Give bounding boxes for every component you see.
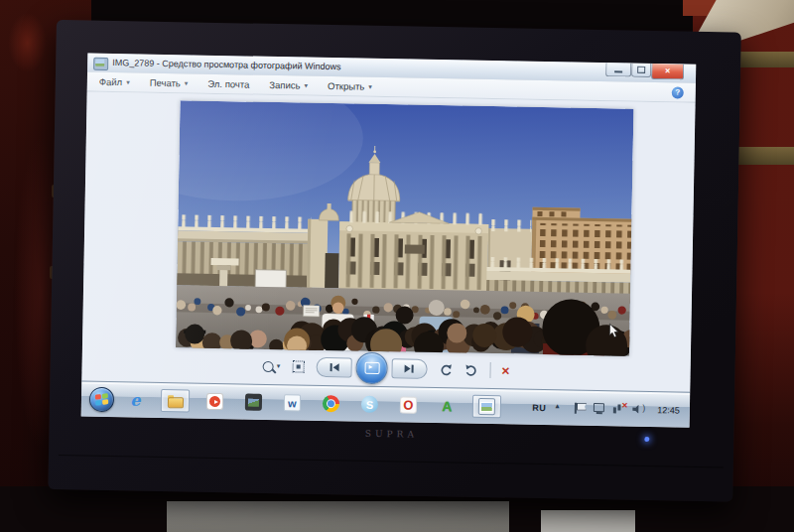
divider: [489, 362, 490, 378]
skype-taskbar-button[interactable]: S: [356, 393, 383, 416]
menu-burn[interactable]: Запись▾: [269, 79, 308, 91]
chrome-taskbar-button[interactable]: [318, 392, 344, 415]
table-surface: [541, 510, 635, 532]
menu-open[interactable]: Открыть▾: [328, 80, 372, 92]
opera-taskbar-button[interactable]: O: [395, 393, 422, 416]
abbyy-icon: A: [439, 397, 456, 414]
menu-file[interactable]: Файл▾: [99, 76, 130, 88]
skype-icon: S: [361, 396, 378, 413]
action-center-icon[interactable]: [573, 402, 586, 415]
chevron-down-icon: ▾: [304, 81, 308, 89]
photo-viewer-icon: [478, 398, 495, 415]
minimize-button[interactable]: [605, 63, 631, 76]
chevron-down-icon: ▾: [126, 78, 130, 86]
rotate-ccw-button[interactable]: [438, 362, 453, 377]
menu-print[interactable]: Печать▾: [150, 77, 189, 89]
system-tray: RU 12:45: [532, 401, 684, 417]
previous-button[interactable]: [316, 357, 351, 378]
device-icon[interactable]: [593, 402, 605, 415]
menu-items: Файл▾Печать▾Эл. почтаЗапись▾Открыть▾: [99, 76, 372, 92]
language-indicator[interactable]: RU: [532, 402, 546, 412]
bezel-seam: [59, 455, 724, 467]
slideshow-icon: [364, 362, 379, 374]
viewer-content: ▾: [81, 92, 695, 392]
word-icon: w: [284, 394, 301, 411]
internet-explorer-icon: e: [127, 391, 144, 408]
rotate-cw-button[interactable]: [463, 362, 478, 377]
start-button[interactable]: [89, 387, 114, 412]
table-surface: [167, 501, 509, 532]
volume-icon[interactable]: [632, 403, 645, 416]
picasa-taskbar-button[interactable]: [240, 390, 267, 413]
photo-st-peters-square: [176, 100, 633, 355]
picasa-icon: [245, 394, 262, 411]
taskbar-apps: ewSOA: [122, 388, 501, 418]
window-controls: ×: [605, 63, 684, 79]
internet-explorer-taskbar-button[interactable]: e: [122, 388, 149, 411]
screen: IMG_2789 - Средство просмотра фотографий…: [81, 54, 697, 428]
network-offline-icon[interactable]: [612, 402, 625, 415]
windows-logo-icon: [95, 393, 109, 406]
next-button[interactable]: [391, 358, 427, 379]
clock[interactable]: 12:45: [657, 405, 680, 415]
word-taskbar-button[interactable]: w: [279, 391, 306, 414]
maximize-button[interactable]: [631, 64, 651, 77]
chevron-down-icon: ▾: [368, 82, 372, 90]
slideshow-button[interactable]: [355, 352, 388, 385]
windows-explorer-icon: [167, 392, 184, 409]
menu-email[interactable]: Эл. почта: [207, 78, 249, 90]
photo-image: [176, 100, 633, 355]
fit-to-window-button[interactable]: [291, 359, 305, 373]
chevron-down-icon: ▾: [185, 79, 189, 87]
power-led: [644, 437, 649, 442]
media-player-icon: [206, 393, 223, 410]
chevron-down-icon: ▾: [277, 362, 281, 370]
previous-icon: [330, 363, 331, 371]
photo-viewer-taskbar-button[interactable]: [472, 395, 501, 419]
hidden-icons-icon[interactable]: [553, 401, 566, 414]
next-icon: [411, 365, 413, 373]
tray-icons: [553, 401, 645, 416]
close-button[interactable]: ×: [651, 64, 684, 80]
monitor-bezel: IMG_2789 - Средство просмотра фотографий…: [48, 20, 741, 502]
photo-viewer-icon: [93, 58, 108, 70]
photo-of-monitor: IMG_2789 - Средство просмотра фотографий…: [0, 0, 794, 532]
opera-icon: O: [400, 396, 417, 413]
media-player-taskbar-button[interactable]: [201, 390, 228, 413]
chrome-icon: [323, 395, 339, 412]
windows-explorer-taskbar-button[interactable]: [161, 389, 190, 413]
delete-button[interactable]: ×: [501, 363, 509, 377]
help-icon[interactable]: ?: [672, 86, 684, 98]
abbyy-taskbar-button[interactable]: A: [434, 394, 461, 417]
magnifier-icon: [263, 360, 274, 371]
zoom-button[interactable]: ▾: [263, 360, 281, 371]
